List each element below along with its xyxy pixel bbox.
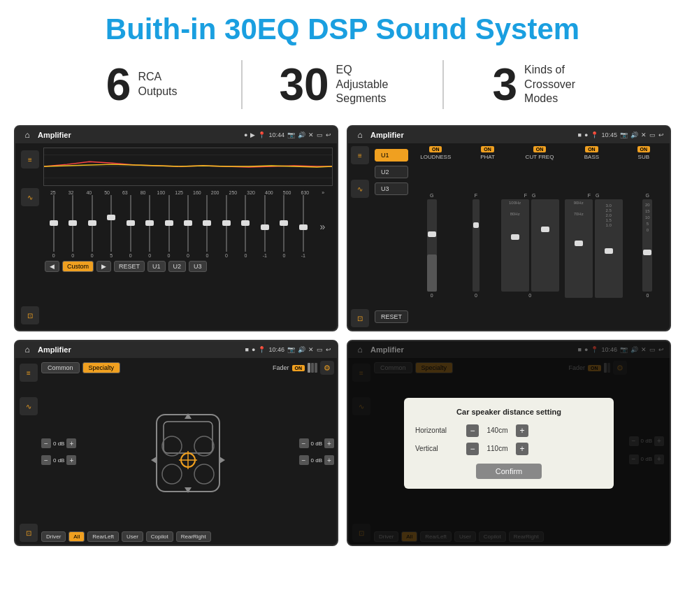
vertical-label: Vertical	[415, 445, 461, 452]
settings-icon-3[interactable]: ⚙	[320, 361, 334, 375]
u1-preset-btn[interactable]: U1	[375, 149, 408, 162]
volume-icon-2: 🔊	[630, 131, 638, 138]
volume-icon-3: 🔊	[298, 346, 305, 353]
play-button[interactable]: ▶	[96, 261, 111, 272]
eq-filter-icon[interactable]: ≡	[21, 150, 39, 169]
camera-icon: 📷	[287, 131, 295, 138]
specialty-tab[interactable]: Specialty	[82, 362, 121, 373]
slider-1[interactable]: 0	[45, 195, 62, 258]
rearleft-btn[interactable]: RearLeft	[87, 531, 119, 542]
car-diagram	[143, 401, 233, 506]
db-minus-3[interactable]: −	[299, 438, 309, 448]
db-row-1: − 0 dB +	[41, 438, 76, 448]
stat-text-rca: RCA Outputs	[138, 70, 177, 99]
phat-label: PHAT	[480, 154, 495, 160]
horizontal-row: Horizontal − 140cm +	[415, 424, 603, 437]
amp3-main-panel: Common Specialty Fader ON ⚙	[41, 361, 334, 542]
stat-crossover: 3 Kinds of Crossover Modes	[444, 62, 643, 107]
amp2-left-icons: ≡ ∿ ⊡	[351, 146, 372, 327]
db-plus-1[interactable]: +	[66, 438, 76, 448]
speaker-icon-3[interactable]: ⊡	[20, 524, 38, 542]
screens-grid: ⌂ Amplifier ● ▶ 📍 10:44 📷 🔊 ✕ ▭ ↩ ≡ ∿ ⊡	[0, 120, 685, 553]
db-plus-2[interactable]: +	[66, 455, 76, 465]
phat-on-badge: ON	[481, 146, 494, 152]
dialog-title: Car speaker distance setting	[415, 408, 603, 416]
time-display-3: 10:46	[268, 346, 284, 353]
amp3-content: ≡ ∿ ⊡ Common Specialty Fader ON	[15, 358, 337, 545]
loudness-label: LOUDNESS	[420, 154, 451, 160]
vertical-plus-btn[interactable]: +	[516, 443, 528, 455]
user-btn[interactable]: User	[122, 531, 143, 542]
horizontal-plus-btn[interactable]: +	[516, 424, 528, 437]
screen1-title: Amplifier	[38, 131, 240, 139]
slider-10[interactable]: 0	[217, 195, 235, 258]
bass-label: BASS	[584, 154, 599, 160]
prev-button[interactable]: ◀	[45, 261, 59, 272]
driver-btn[interactable]: Driver	[41, 531, 66, 542]
wave-icon-2[interactable]: ∿	[351, 180, 369, 198]
u2-preset-btn[interactable]: U2	[375, 166, 408, 178]
db-minus-2[interactable]: −	[41, 455, 51, 465]
wave-icon-3[interactable]: ∿	[20, 397, 38, 415]
vertical-minus-btn[interactable]: −	[466, 443, 479, 455]
stat-number-rca: 6	[106, 62, 131, 107]
screen-eq: ⌂ Amplifier ● ▶ 📍 10:44 📷 🔊 ✕ ▭ ↩ ≡ ∿ ⊡	[14, 125, 338, 331]
slider-8[interactable]: 0	[179, 195, 196, 258]
reset-btn-2[interactable]: RESET	[375, 310, 408, 323]
eq-speaker-icon[interactable]: ⊡	[21, 306, 39, 324]
filter-icon-3[interactable]: ≡	[20, 364, 38, 382]
common-tab[interactable]: Common	[41, 362, 80, 373]
slider-13[interactable]: 0	[275, 195, 293, 258]
confirm-button[interactable]: Confirm	[476, 464, 542, 479]
play-icon: ▶	[250, 131, 255, 138]
svg-rect-4	[164, 422, 212, 453]
slider-9[interactable]: 0	[199, 195, 216, 258]
db-plus-3[interactable]: +	[324, 438, 334, 448]
screen2-status-bar: ⌂ Amplifier ■ ● 📍 10:45 📷 🔊 ✕ ▭ ↩	[348, 127, 670, 143]
slider-5[interactable]: 0	[122, 195, 139, 258]
home-icon-2: ⌂	[354, 129, 366, 141]
slider-3[interactable]: 0	[83, 195, 101, 258]
stat-text-eq: EQ Adjustable Segments	[336, 63, 406, 106]
db-row-2: − 0 dB +	[41, 455, 76, 465]
slider-7[interactable]: 0	[160, 195, 178, 258]
vertical-row: Vertical − 110cm +	[415, 443, 603, 455]
screen3-status-bar: ⌂ Amplifier ■ ● 📍 10:46 📷 🔊 ✕ ▭ ↩	[15, 341, 337, 358]
dot-icon: ●	[244, 131, 247, 138]
db-minus-1[interactable]: −	[41, 438, 51, 448]
custom-button[interactable]: Custom	[62, 261, 94, 272]
rearright-btn[interactable]: RearRight	[176, 531, 211, 542]
eq-wave-icon[interactable]: ∿	[21, 188, 39, 206]
vertical-stepper[interactable]: − 110cm +	[466, 443, 528, 455]
db-plus-4[interactable]: +	[324, 455, 334, 465]
fader-on-badge: ON	[292, 365, 305, 371]
screen1-status-icons: ● ▶ 📍 10:44 📷 🔊 ✕ ▭ ↩	[244, 131, 331, 138]
location-icon-3: 📍	[258, 346, 266, 353]
copilot-btn[interactable]: Copilot	[146, 531, 173, 542]
u3-preset-btn[interactable]: U3	[375, 182, 408, 195]
u3-button[interactable]: U3	[189, 261, 207, 272]
all-btn[interactable]: All	[68, 531, 85, 542]
slider-6[interactable]: 0	[140, 195, 158, 258]
reset-button[interactable]: RESET	[114, 261, 145, 272]
back-icon-2: ↩	[658, 131, 664, 138]
db-row-3: − 0 dB +	[299, 438, 334, 448]
horizontal-stepper[interactable]: − 140cm +	[466, 424, 528, 437]
sub-label: SUB	[638, 154, 649, 160]
close-icon-2: ✕	[641, 131, 647, 138]
horizontal-value: 140cm	[482, 427, 513, 434]
horizontal-minus-btn[interactable]: −	[466, 424, 479, 437]
slider-12[interactable]: -1	[256, 195, 273, 258]
slider-4[interactable]: 5	[102, 195, 120, 258]
db-minus-4[interactable]: −	[299, 455, 309, 465]
home-icon: ⌂	[21, 129, 34, 141]
u1-button[interactable]: U1	[147, 261, 166, 272]
slider-2[interactable]: 0	[64, 195, 81, 258]
slider-14[interactable]: -1	[294, 195, 312, 258]
slider-15: »	[314, 195, 331, 258]
u2-button[interactable]: U2	[168, 261, 187, 272]
slider-11[interactable]: 0	[237, 195, 254, 258]
speaker-icon-2[interactable]: ⊡	[351, 309, 369, 327]
time-display: 10:44	[268, 131, 284, 138]
filter-icon-2[interactable]: ≡	[351, 146, 369, 164]
